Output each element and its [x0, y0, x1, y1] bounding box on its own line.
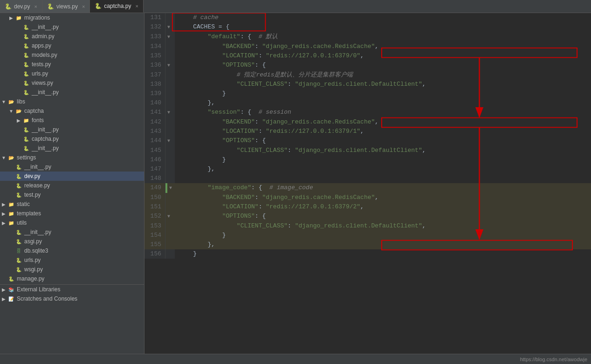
sidebar-item-manage[interactable]: 🐍 manage.py: [0, 274, 144, 283]
sidebar-item-init1[interactable]: 🐍 __init__.py: [0, 22, 144, 32]
line-content: [175, 174, 591, 183]
py-icon: 🐍: [22, 61, 30, 68]
line-number: 152: [144, 212, 165, 221]
line-number: 137: [144, 70, 165, 80]
arrow-icon: ▶: [0, 287, 7, 292]
sidebar-item-urls2[interactable]: 🐍 urls.py: [0, 255, 144, 265]
sidebar-item-fonts[interactable]: ▶ 📁 fonts: [0, 116, 144, 125]
sidebar-item-admin[interactable]: 🐍 admin.py: [0, 32, 144, 41]
line-content: CACHES = {: [175, 22, 591, 32]
line-gutter: ▼: [165, 212, 175, 221]
fold-arrow[interactable]: ▼: [165, 25, 170, 30]
sidebar-item-init3[interactable]: 🐍 __init__.py: [0, 125, 144, 134]
folder-icon: 📂: [15, 107, 22, 115]
line-number: 141: [144, 108, 165, 117]
line-number: 139: [144, 89, 165, 98]
sidebar-item-label: utils: [17, 220, 144, 226]
sidebar-item-settings[interactable]: ▼ 📂 settings: [0, 153, 144, 162]
line-number: 154: [144, 231, 165, 240]
sidebar-item-init4[interactable]: 🐍 __init__.py: [0, 144, 144, 153]
sidebar-item-dev-py[interactable]: 🐍 dev.py: [0, 172, 144, 181]
py-icon: 🐍: [22, 144, 30, 152]
sidebar-item-ext-libs[interactable]: ▶ 📚 External Libraries: [0, 284, 144, 294]
line-gutter: [165, 146, 175, 155]
sidebar-item-label: tests.py: [32, 61, 144, 68]
line-number: 148: [144, 174, 165, 183]
sidebar-item-test-py[interactable]: 🐍 test.py: [0, 190, 144, 199]
sidebar-item-release[interactable]: 🐍 release.py: [0, 181, 144, 190]
tab-label: dev.py: [14, 3, 30, 10]
sidebar-item-label: __init__.py: [24, 229, 144, 235]
sidebar-item-asgi[interactable]: 🐍 asgi.py: [0, 237, 144, 246]
sidebar-item-libs[interactable]: ▼ 📂 libs: [0, 97, 144, 106]
line-number: 133: [144, 32, 165, 42]
folder-icon: 📁: [7, 200, 15, 208]
sidebar-item-wsgi[interactable]: 🐍 wsgi.py: [0, 265, 144, 274]
fold-arrow[interactable]: ▼: [165, 214, 170, 219]
close-icon[interactable]: ×: [34, 4, 37, 9]
sidebar-item-label: release.py: [24, 182, 144, 189]
fold-arrow[interactable]: ▼: [165, 110, 170, 115]
py-icon: 🐍: [22, 23, 30, 31]
code-line-131: 131 # cache: [144, 13, 591, 22]
line-number: 132: [144, 22, 165, 32]
line-content: "default": { # 默认: [175, 32, 591, 42]
sidebar-item-utils[interactable]: ▶ 📁 utils: [0, 218, 144, 227]
tab-dev-py[interactable]: 🐍 dev.py ×: [0, 0, 42, 13]
close-icon[interactable]: ×: [135, 3, 138, 9]
tab-views-py[interactable]: 🐍 views.py ×: [42, 0, 90, 13]
fold-arrow[interactable]: ▼: [165, 63, 170, 68]
line-number: 145: [144, 146, 165, 155]
fold-arrow[interactable]: ▼: [165, 138, 170, 144]
sidebar-item-label: Scratches and Consoles: [17, 295, 144, 302]
line-content: "session": { # session: [175, 108, 591, 117]
sidebar-item-scratches[interactable]: ▶ 📝 Scratches and Consoles: [0, 294, 144, 303]
tab-label: captcha.py: [104, 3, 131, 9]
sidebar-item-views[interactable]: 🐍 views.py: [0, 78, 144, 88]
sidebar-item-init5[interactable]: 🐍 __init__.py: [0, 162, 144, 172]
py-icon: 🐍: [15, 182, 22, 189]
sidebar-item-db-sqlite[interactable]: 🗄 db.sqlite3: [0, 246, 144, 255]
folder-icon: 📁: [22, 117, 30, 124]
sidebar-item-models[interactable]: 🐍 models.py: [0, 50, 144, 60]
line-content: "BACKEND": "django_redis.cache.RedisCach…: [175, 193, 591, 202]
sidebar-item-tests[interactable]: 🐍 tests.py: [0, 60, 144, 69]
sidebar-item-label: templates: [17, 210, 144, 217]
code-line-141: 141 ▼ "session": { # session: [144, 108, 591, 117]
sidebar-item-label: fonts: [32, 117, 144, 124]
line-content: },: [175, 165, 591, 174]
sidebar-item-captcha-py[interactable]: 🐍 captcha.py: [0, 134, 144, 144]
line-number: 155: [144, 240, 165, 249]
folder-icon: 📂: [7, 154, 15, 161]
line-content: "OPTIONS": {: [175, 212, 591, 221]
line-gutter: [165, 174, 175, 183]
tab-captcha-py[interactable]: 🐍 captcha.py ×: [90, 0, 143, 13]
sidebar-item-label: test.py: [24, 192, 144, 198]
close-icon[interactable]: ×: [82, 4, 85, 9]
sidebar-item-captcha-folder[interactable]: ▼ 📂 captcha: [0, 106, 144, 116]
sidebar-item-init2[interactable]: 🐍 __init__.py: [0, 88, 144, 97]
sidebar-item-static[interactable]: ▶ 📁 static: [0, 199, 144, 209]
line-gutter: [165, 117, 175, 127]
sidebar-item-label: admin.py: [32, 33, 144, 40]
sidebar-item-urls[interactable]: 🐍 urls.py: [0, 69, 144, 78]
sidebar-item-apps[interactable]: 🐍 apps.py: [0, 41, 144, 50]
line-gutter: [165, 155, 175, 165]
sidebar: ▶ 📁 migrations 🐍 __init__.py 🐍 admin.py …: [0, 13, 144, 354]
line-number: 143: [144, 127, 165, 136]
arrow-icon: ▼: [7, 109, 15, 114]
code-editor[interactable]: 131 # cache 132 ▼ CACHES = { 133 ▼ "defa…: [144, 13, 591, 354]
sidebar-item-label: captcha.py: [32, 136, 144, 142]
sidebar-item-label: views.py: [32, 80, 144, 86]
line-gutter: [165, 98, 175, 108]
fold-arrow[interactable]: ▼: [167, 185, 172, 191]
sidebar-item-init6[interactable]: 🐍 __init__.py: [0, 227, 144, 237]
green-indicator: [165, 183, 167, 193]
sidebar-item-label: captcha: [24, 108, 144, 114]
sidebar-item-migrations[interactable]: ▶ 📁 migrations: [0, 13, 144, 22]
fold-arrow[interactable]: ▼: [165, 34, 170, 40]
line-content: }: [175, 249, 591, 259]
main-area: ▶ 📁 migrations 🐍 __init__.py 🐍 admin.py …: [0, 13, 591, 354]
sidebar-item-templates[interactable]: ▶ 📁 templates: [0, 209, 144, 218]
sidebar-item-label: __init__.py: [32, 89, 144, 96]
